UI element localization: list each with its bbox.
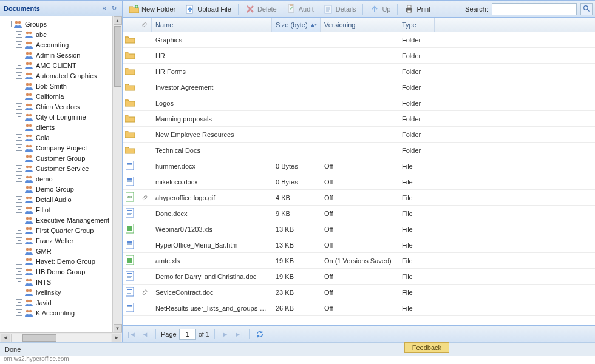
tree-item[interactable]: +ivelinsky (1, 287, 122, 297)
expand-icon[interactable]: + (16, 196, 22, 203)
search-button[interactable] (580, 3, 593, 15)
expand-icon[interactable]: + (16, 93, 22, 99)
search-input[interactable] (492, 3, 577, 15)
expand-icon[interactable]: + (16, 134, 22, 141)
table-row[interactable]: SeviceContract.doc23 KBOffFile (123, 285, 595, 300)
tree-item[interactable]: +clients (1, 122, 122, 132)
tree-item[interactable]: +AMC CLIENT (1, 60, 122, 70)
expand-icon[interactable]: + (16, 113, 22, 120)
expand-icon[interactable]: + (16, 124, 22, 130)
feedback-button[interactable]: Feedback (404, 342, 449, 353)
expand-icon[interactable]: + (16, 175, 22, 182)
expand-icon[interactable]: + (16, 227, 22, 234)
expand-icon[interactable]: + (16, 52, 22, 58)
column-size[interactable]: Size (byte)▲▾ (272, 18, 321, 32)
scroll-up-icon[interactable]: ▲ (114, 16, 122, 25)
tree-item[interactable]: +Detail Audio (1, 194, 122, 204)
table-row[interactable]: Done.docx9 KBOffFile (123, 206, 595, 221)
tree-item[interactable]: +California (1, 91, 122, 101)
tree-item[interactable]: +Customer Group (1, 153, 122, 163)
tree-item[interactable]: +GMR (1, 246, 122, 256)
collapse-icon[interactable]: − (5, 21, 12, 27)
expand-icon[interactable]: + (16, 248, 22, 254)
tree-item[interactable]: +City of Longmine (1, 112, 122, 122)
table-row[interactable]: Webinar071203.xls13 KBOffFile (123, 221, 595, 237)
column-menu-icon[interactable]: ▾ (313, 22, 319, 27)
table-row[interactable]: New Employee ResourcesFolder (123, 127, 595, 143)
print-button[interactable]: Print (400, 2, 435, 16)
table-row[interactable]: Demo for Darryl and Christina.doc19 KBOf… (123, 269, 595, 285)
table-row[interactable]: HR FormsFolder (123, 64, 595, 79)
expand-icon[interactable]: + (16, 278, 22, 285)
tree-item[interactable]: +abc (1, 29, 122, 39)
tree-item[interactable]: +Javid (1, 297, 122, 308)
expand-icon[interactable]: + (16, 309, 22, 316)
expand-icon[interactable]: + (16, 268, 22, 275)
expand-icon[interactable]: + (16, 155, 22, 161)
expand-icon[interactable]: + (16, 299, 22, 306)
table-row[interactable]: mikeloco.docx0 BytesOffFile (123, 174, 595, 190)
column-name[interactable]: Name (152, 18, 272, 32)
tree-item[interactable]: +K Accounting (1, 308, 122, 318)
tree-item[interactable]: +Franz Weller (1, 235, 122, 246)
refresh-icon[interactable]: ↻ (110, 4, 118, 13)
column-type[interactable]: Type (398, 18, 435, 32)
table-row[interactable]: HyperOffice_Menu_Bar.htm13 KBOffFile (123, 237, 595, 253)
table-row[interactable]: NetResults-user_lists_and_groups-2...26 … (123, 300, 595, 316)
hscroll-thumb[interactable] (22, 334, 56, 342)
column-checkbox[interactable] (123, 18, 137, 32)
table-row[interactable]: GIFahyperoffice logo.gif4 KBOffFile (123, 190, 595, 206)
expand-icon[interactable]: + (16, 165, 22, 172)
table-row[interactable]: Investor AgreementFolder (123, 79, 595, 95)
horizontal-scrollbar[interactable]: ◄ ► (0, 332, 122, 342)
table-row[interactable]: Technical DocsFolder (123, 143, 595, 158)
tree-item[interactable]: +Bob Smith (1, 81, 122, 91)
tree-item[interactable]: +Customer Service (1, 163, 122, 174)
tree-item[interactable]: +INTS (1, 277, 122, 287)
table-row[interactable]: Manning proposalsFolder (123, 111, 595, 127)
tree-item[interactable]: +Demo Group (1, 184, 122, 194)
tree-item[interactable]: +Automated Graphics (1, 70, 122, 81)
column-attachment[interactable] (137, 18, 152, 32)
refresh-button[interactable] (254, 329, 265, 340)
tree-item[interactable]: +China Vendors (1, 101, 122, 112)
table-row[interactable]: hummer.docx0 BytesOffFile (123, 158, 595, 174)
table-row[interactable]: LogosFolder (123, 95, 595, 111)
new-folder-button[interactable]: New Folder (125, 2, 180, 16)
tree-item[interactable]: +Accounting (1, 39, 122, 50)
expand-icon[interactable]: + (16, 217, 22, 223)
scroll-down-icon[interactable]: ▼ (114, 324, 122, 332)
expand-icon[interactable]: + (16, 41, 22, 48)
tree-item[interactable]: +Admin Session (1, 50, 122, 60)
expand-icon[interactable]: + (16, 289, 22, 295)
expand-icon[interactable]: + (16, 237, 22, 244)
expand-icon[interactable]: + (16, 258, 22, 265)
tree-item[interactable]: +Executive Manangement (1, 215, 122, 225)
expand-icon[interactable]: + (16, 62, 22, 69)
column-versioning[interactable]: Versioning (321, 18, 398, 32)
vertical-scrollbar[interactable]: ▲ ▼ (112, 16, 122, 332)
expand-icon[interactable]: + (16, 31, 22, 38)
scroll-thumb[interactable] (114, 26, 121, 87)
expand-icon[interactable]: + (16, 72, 22, 79)
expand-icon[interactable]: + (16, 206, 22, 213)
expand-icon[interactable]: + (16, 103, 22, 110)
table-row[interactable]: GraphicsFolder (123, 32, 595, 48)
tree-item[interactable]: +Cola (1, 132, 122, 143)
expand-icon[interactable]: + (16, 83, 22, 89)
tree-item[interactable]: +demo (1, 174, 122, 184)
tree-item[interactable]: +Company Project (1, 143, 122, 153)
scroll-right-icon[interactable]: ► (112, 334, 121, 342)
upload-file-button[interactable]: Upload File (181, 2, 236, 16)
tree-item[interactable]: +HB Demo Group (1, 266, 122, 277)
table-row[interactable]: HRFolder (123, 48, 595, 64)
expand-icon[interactable]: + (16, 144, 22, 151)
tree-root[interactable]: − Groups (1, 19, 122, 29)
tree-item[interactable]: +Hayet: Demo Group (1, 256, 122, 266)
tree-item[interactable]: +First Quarter Group (1, 225, 122, 235)
tree-item[interactable]: +Elliot (1, 204, 122, 215)
table-row[interactable]: amtc.xls19 KBOn (1 Versions Saved)File (123, 253, 595, 269)
page-input[interactable] (179, 329, 196, 340)
expand-icon[interactable]: + (16, 186, 22, 192)
collapse-left-icon[interactable]: « (100, 4, 109, 13)
